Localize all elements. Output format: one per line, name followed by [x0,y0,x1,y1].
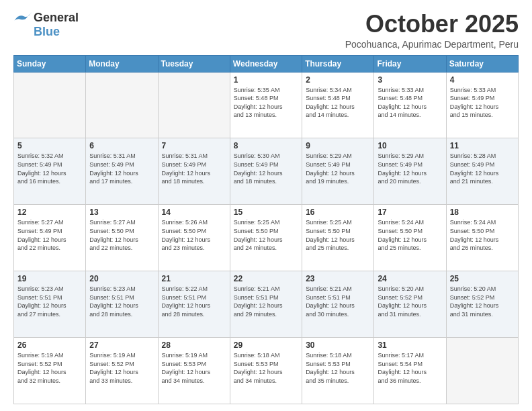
day-info: Sunrise: 5:29 AMSunset: 5:49 PMDaylight:… [306,152,370,185]
day-info: Sunrise: 5:33 AMSunset: 5:48 PMDaylight:… [378,86,442,120]
calendar-day-cell: 3Sunrise: 5:33 AMSunset: 5:48 PMDaylight… [374,72,446,138]
day-info: Sunrise: 5:19 AMSunset: 5:52 PMDaylight:… [17,351,82,385]
day-number: 11 [450,141,515,150]
day-number: 23 [306,274,370,283]
calendar-day-cell: 15Sunrise: 5:25 AMSunset: 5:50 PMDayligh… [230,205,302,271]
day-info: Sunrise: 5:18 AMSunset: 5:53 PMDaylight:… [234,351,298,385]
calendar-week-row: 1Sunrise: 5:35 AMSunset: 5:48 PMDaylight… [14,72,519,138]
day-info: Sunrise: 5:21 AMSunset: 5:51 PMDaylight:… [234,285,298,318]
calendar-day-cell: 13Sunrise: 5:27 AMSunset: 5:50 PMDayligh… [86,205,158,271]
day-info: Sunrise: 5:25 AMSunset: 5:50 PMDaylight:… [234,218,298,252]
day-number: 30 [306,340,370,350]
calendar-day-cell: 5Sunrise: 5:32 AMSunset: 5:49 PMDaylight… [14,138,86,205]
calendar-table: Sunday Monday Tuesday Wednesday Thursday… [13,55,519,404]
calendar-day-cell: 14Sunrise: 5:26 AMSunset: 5:50 PMDayligh… [158,205,230,271]
calendar-day-cell: 21Sunrise: 5:22 AMSunset: 5:51 PMDayligh… [158,271,230,338]
calendar-header-row: Sunday Monday Tuesday Wednesday Thursday… [14,55,519,72]
col-saturday: Saturday [446,55,518,72]
calendar-day-cell: 22Sunrise: 5:21 AMSunset: 5:51 PMDayligh… [230,271,302,338]
day-info: Sunrise: 5:18 AMSunset: 5:53 PMDaylight:… [306,351,370,385]
col-thursday: Thursday [302,55,374,72]
col-tuesday: Tuesday [158,55,230,72]
calendar-day-cell: 29Sunrise: 5:18 AMSunset: 5:53 PMDayligh… [230,338,302,404]
day-number: 9 [306,141,370,150]
location-subtitle: Pocohuanca, Apurimac Department, Peru [345,39,519,50]
header: General Blue October 2025 Pocohuanca, Ap… [13,11,519,50]
day-info: Sunrise: 5:20 AMSunset: 5:52 PMDaylight:… [378,285,442,318]
calendar-day-cell: 26Sunrise: 5:19 AMSunset: 5:52 PMDayligh… [14,338,86,404]
day-number: 27 [89,340,154,350]
calendar-day-cell: 6Sunrise: 5:31 AMSunset: 5:49 PMDaylight… [86,138,158,205]
calendar-day-cell [86,72,158,138]
calendar-day-cell: 27Sunrise: 5:19 AMSunset: 5:52 PMDayligh… [86,338,158,404]
day-number: 12 [17,208,82,217]
day-info: Sunrise: 5:23 AMSunset: 5:51 PMDaylight:… [17,285,82,318]
calendar-day-cell: 23Sunrise: 5:21 AMSunset: 5:51 PMDayligh… [302,271,374,338]
day-number: 19 [17,274,82,283]
calendar-day-cell: 31Sunrise: 5:17 AMSunset: 5:54 PMDayligh… [374,338,446,404]
day-info: Sunrise: 5:24 AMSunset: 5:50 PMDaylight:… [378,218,442,252]
calendar-day-cell: 20Sunrise: 5:23 AMSunset: 5:51 PMDayligh… [86,271,158,338]
day-info: Sunrise: 5:22 AMSunset: 5:51 PMDaylight:… [162,285,226,318]
day-number: 21 [162,274,226,283]
day-info: Sunrise: 5:34 AMSunset: 5:48 PMDaylight:… [306,86,370,120]
day-number: 17 [378,208,442,217]
day-number: 22 [234,274,298,283]
day-number: 16 [306,208,370,217]
logo-text-general: General [34,11,79,25]
page: General Blue October 2025 Pocohuanca, Ap… [0,0,532,411]
day-number: 4 [450,75,515,85]
logo-text-blue: Blue [13,25,60,39]
calendar-day-cell: 1Sunrise: 5:35 AMSunset: 5:48 PMDaylight… [230,72,302,138]
day-number: 7 [162,141,226,150]
day-info: Sunrise: 5:24 AMSunset: 5:50 PMDaylight:… [450,218,515,252]
day-info: Sunrise: 5:19 AMSunset: 5:52 PMDaylight:… [89,351,154,385]
calendar-day-cell [14,72,86,138]
logo-icon [13,11,32,23]
calendar-week-row: 26Sunrise: 5:19 AMSunset: 5:52 PMDayligh… [14,338,519,404]
calendar-day-cell: 8Sunrise: 5:30 AMSunset: 5:49 PMDaylight… [230,138,302,205]
day-number: 6 [89,141,154,150]
day-info: Sunrise: 5:20 AMSunset: 5:52 PMDaylight:… [450,285,515,318]
calendar-day-cell: 16Sunrise: 5:25 AMSunset: 5:50 PMDayligh… [302,205,374,271]
day-number: 1 [234,75,298,85]
calendar-day-cell: 19Sunrise: 5:23 AMSunset: 5:51 PMDayligh… [14,271,86,338]
day-number: 2 [306,75,370,85]
day-info: Sunrise: 5:23 AMSunset: 5:51 PMDaylight:… [89,285,154,318]
day-number: 5 [17,141,82,150]
day-number: 29 [234,340,298,350]
day-number: 15 [234,208,298,217]
calendar-body: 1Sunrise: 5:35 AMSunset: 5:48 PMDaylight… [14,72,519,404]
day-number: 18 [450,208,515,217]
calendar-day-cell: 2Sunrise: 5:34 AMSunset: 5:48 PMDaylight… [302,72,374,138]
day-info: Sunrise: 5:25 AMSunset: 5:50 PMDaylight:… [306,218,370,252]
day-number: 25 [450,274,515,283]
calendar-day-cell: 17Sunrise: 5:24 AMSunset: 5:50 PMDayligh… [374,205,446,271]
day-info: Sunrise: 5:31 AMSunset: 5:49 PMDaylight:… [162,152,226,185]
month-title: October 2025 [345,11,519,38]
day-info: Sunrise: 5:31 AMSunset: 5:49 PMDaylight:… [89,152,154,185]
calendar-week-row: 5Sunrise: 5:32 AMSunset: 5:49 PMDaylight… [14,138,519,205]
col-monday: Monday [86,55,158,72]
title-block: October 2025 Pocohuanca, Apurimac Depart… [345,11,519,50]
day-info: Sunrise: 5:21 AMSunset: 5:51 PMDaylight:… [306,285,370,318]
day-number: 26 [17,340,82,350]
calendar-day-cell [158,72,230,138]
day-info: Sunrise: 5:29 AMSunset: 5:49 PMDaylight:… [378,152,442,185]
day-info: Sunrise: 5:35 AMSunset: 5:48 PMDaylight:… [234,86,298,120]
day-info: Sunrise: 5:27 AMSunset: 5:49 PMDaylight:… [17,218,82,252]
day-number: 13 [89,208,154,217]
calendar-day-cell: 4Sunrise: 5:33 AMSunset: 5:49 PMDaylight… [446,72,518,138]
day-number: 20 [89,274,154,283]
calendar-day-cell: 30Sunrise: 5:18 AMSunset: 5:53 PMDayligh… [302,338,374,404]
calendar-day-cell: 10Sunrise: 5:29 AMSunset: 5:49 PMDayligh… [374,138,446,205]
col-wednesday: Wednesday [230,55,302,72]
calendar-day-cell [446,338,518,404]
day-number: 14 [162,208,226,217]
col-sunday: Sunday [14,55,86,72]
calendar-day-cell: 9Sunrise: 5:29 AMSunset: 5:49 PMDaylight… [302,138,374,205]
calendar-day-cell: 18Sunrise: 5:24 AMSunset: 5:50 PMDayligh… [446,205,518,271]
day-info: Sunrise: 5:19 AMSunset: 5:53 PMDaylight:… [162,351,226,385]
day-number: 3 [378,75,442,85]
day-info: Sunrise: 5:33 AMSunset: 5:49 PMDaylight:… [450,86,515,120]
